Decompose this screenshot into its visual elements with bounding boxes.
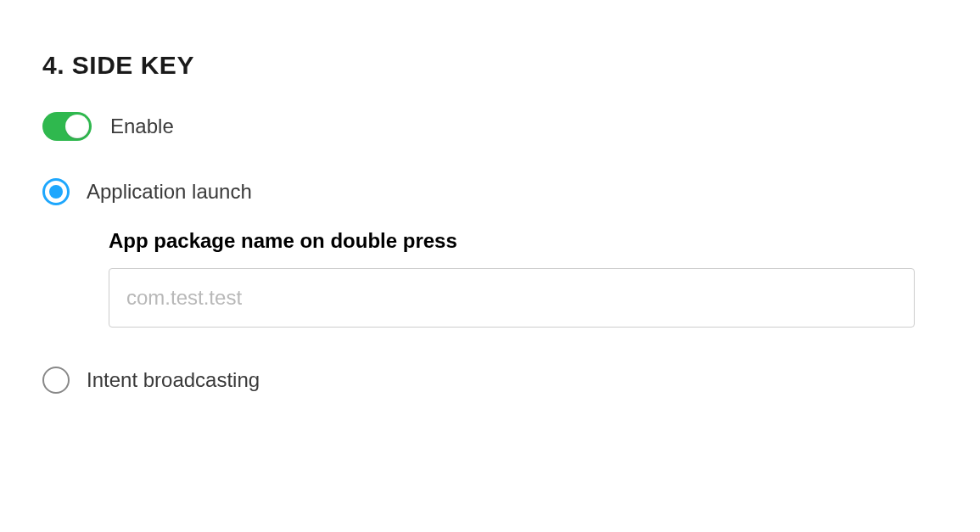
option-intent-broadcasting[interactable]: Intent broadcasting (42, 367, 938, 394)
radio-application-launch[interactable] (42, 178, 70, 205)
package-name-label: App package name on double press (109, 229, 938, 253)
radio-intent-broadcasting[interactable] (42, 367, 70, 394)
enable-toggle-label: Enable (110, 115, 174, 138)
radio-dot-icon (49, 185, 63, 199)
toggle-knob (65, 115, 89, 138)
option-application-launch[interactable]: Application launch (42, 178, 938, 205)
enable-toggle-row: Enable (42, 112, 938, 141)
application-launch-subsection: App package name on double press (109, 229, 938, 328)
section-heading: 4. SIDE KEY (42, 51, 938, 80)
radio-label-intent-broadcasting: Intent broadcasting (87, 368, 260, 392)
enable-toggle[interactable] (42, 112, 92, 141)
package-name-input[interactable] (109, 268, 915, 328)
radio-label-application-launch: Application launch (87, 180, 252, 204)
